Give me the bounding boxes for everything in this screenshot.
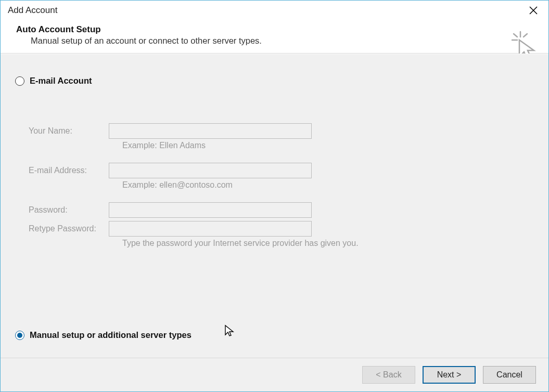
manual-setup-radio[interactable]: Manual setup or additional server types: [15, 330, 191, 340]
password-group: Password: Retype Password:: [29, 202, 534, 237]
email-account-radio[interactable]: E-mail Account: [15, 76, 534, 86]
next-button[interactable]: Next >: [423, 366, 476, 384]
back-button[interactable]: < Back: [362, 366, 415, 384]
name-label: Your Name:: [29, 126, 109, 136]
add-account-dialog: Add Account Auto Account Setup Manual se…: [0, 0, 549, 392]
dialog-footer: < Back Next > Cancel: [1, 358, 548, 391]
email-hint: Example: ellen@contoso.com: [29, 180, 534, 190]
email-row: E-mail Address:: [29, 163, 534, 178]
mouse-cursor-icon: [224, 324, 235, 337]
retype-password-row: Retype Password:: [29, 221, 534, 237]
name-row: Your Name:: [29, 123, 534, 139]
header-text: Auto Account Setup Manual setup of an ac…: [16, 24, 262, 46]
retype-password-label: Retype Password:: [29, 224, 109, 233]
header-title: Auto Account Setup: [16, 24, 262, 35]
header-subtitle: Manual setup of an account or connect to…: [16, 36, 262, 46]
name-hint: Example: Ellen Adams: [29, 141, 534, 150]
svg-line-5: [524, 34, 527, 37]
password-input[interactable]: [109, 202, 312, 218]
account-form: Your Name: Example: Ellen Adams E-mail A…: [15, 123, 534, 248]
radio-icon: [15, 76, 24, 86]
dialog-content: E-mail Account Your Name: Example: Ellen…: [1, 54, 548, 358]
password-label: Password:: [29, 205, 109, 215]
close-button[interactable]: [526, 3, 541, 18]
name-input[interactable]: [109, 123, 312, 139]
password-row: Password:: [29, 202, 534, 218]
email-label: E-mail Address:: [29, 166, 109, 175]
radio-icon: [15, 331, 24, 340]
svg-line-4: [514, 34, 517, 37]
window-title: Add Account: [8, 5, 57, 16]
email-input[interactable]: [109, 163, 312, 178]
cancel-button[interactable]: Cancel: [483, 366, 536, 384]
dialog-header: Auto Account Setup Manual setup of an ac…: [1, 20, 548, 54]
title-bar: Add Account: [1, 1, 548, 20]
password-hint: Type the password your Internet service …: [29, 239, 534, 248]
retype-password-input[interactable]: [109, 221, 312, 237]
manual-setup-radio-label: Manual setup or additional server types: [30, 330, 191, 340]
email-account-radio-label: E-mail Account: [30, 76, 92, 86]
close-icon: [529, 6, 538, 15]
